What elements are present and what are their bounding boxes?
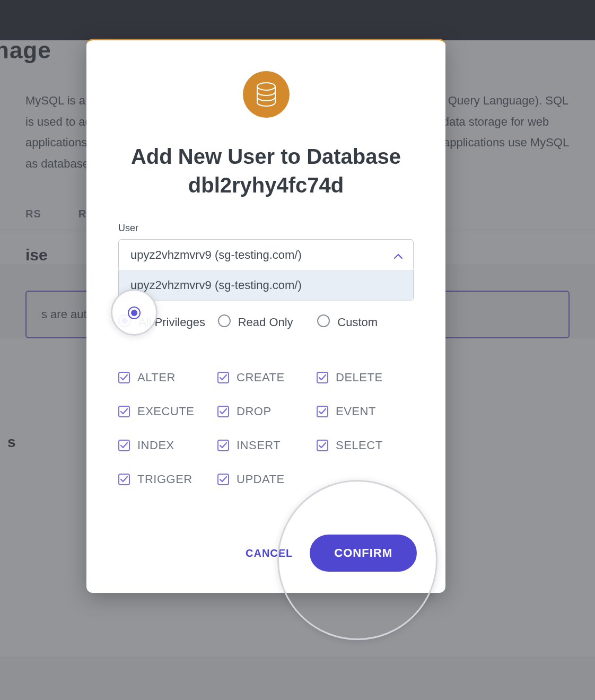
user-option[interactable]: upyz2vhzmvrv9 (sg-testing.com/) [119,270,413,301]
privilege-label: EVENT [336,405,376,418]
cancel-button[interactable]: CANCEL [240,540,298,567]
privilege-execute[interactable]: EXECUTE [118,405,215,418]
database-icon [243,71,290,118]
privilege-index[interactable]: INDEX [118,439,215,452]
privilege-event[interactable]: EVENT [317,405,414,418]
privilege-update[interactable]: UPDATE [217,472,314,486]
privilege-mode-radios: All Privileges Read Only Custom [118,313,414,331]
modal-db-name: dbl2ryhy4fc74d [118,171,414,199]
privilege-label: UPDATE [237,472,285,486]
privilege-create[interactable]: CREATE [217,371,314,384]
radio-label: Read Only [238,313,293,331]
checkbox-icon [217,406,229,417]
radio-indicator [218,314,231,327]
checkbox-icon [217,440,229,451]
user-field-label: User [118,223,414,234]
radio-indicator [317,314,330,327]
checkbox-icon [118,406,130,417]
user-select[interactable]: upyz2vhzmvrv9 (sg-testing.com/) upyz2vhz… [118,239,414,271]
privilege-delete[interactable]: DELETE [317,371,414,384]
privilege-drop[interactable]: DROP [217,405,314,418]
privilege-label: DROP [237,405,272,418]
checkbox-icon [317,372,328,383]
privilege-label: TRIGGER [137,472,192,486]
radio-label: Custom [337,313,378,331]
privilege-label: EXECUTE [137,405,194,418]
chevron-up-icon [394,248,402,262]
privilege-select[interactable]: SELECT [317,439,414,452]
confirm-button[interactable]: CONFIRM [310,535,417,572]
privilege-label: DELETE [336,371,383,384]
privilege-alter[interactable]: ALTER [118,371,215,384]
checkbox-icon [118,372,130,383]
checkbox-icon [118,440,130,451]
modal-actions: CANCEL CONFIRM [86,535,445,572]
privilege-trigger[interactable]: TRIGGER [118,472,215,486]
radio-custom[interactable]: Custom [317,313,414,331]
radio-indicator [118,314,131,327]
modal-title-prefix: Add New User to Database [131,145,401,168]
privilege-label: SELECT [336,439,383,452]
radio-read-only[interactable]: Read Only [218,313,314,331]
checkbox-icon [317,406,328,417]
modal-title: Add New User to Database dbl2ryhy4fc74d [118,142,414,199]
privilege-label: ALTER [137,371,176,384]
user-select-dropdown: upyz2vhzmvrv9 (sg-testing.com/) [118,270,414,301]
checkbox-icon [217,474,229,485]
privilege-label: CREATE [237,371,285,384]
radio-label: All Privileges [138,313,205,331]
user-select-box[interactable]: upyz2vhzmvrv9 (sg-testing.com/) [118,239,414,271]
checkbox-icon [118,474,130,485]
svg-point-0 [257,83,275,90]
privilege-insert[interactable]: INSERT [217,439,314,452]
checkbox-icon [217,372,229,383]
checkbox-icon [317,440,328,451]
user-select-value: upyz2vhzmvrv9 (sg-testing.com/) [130,248,302,261]
privilege-label: INDEX [137,439,174,452]
privilege-label: INSERT [237,439,281,452]
add-user-modal: Add New User to Database dbl2ryhy4fc74d … [86,39,445,593]
radio-all-privileges[interactable]: All Privileges [118,313,215,331]
privileges-grid: ALTERCREATEDELETEEXECUTEDROPEVENTINDEXIN… [118,371,414,486]
